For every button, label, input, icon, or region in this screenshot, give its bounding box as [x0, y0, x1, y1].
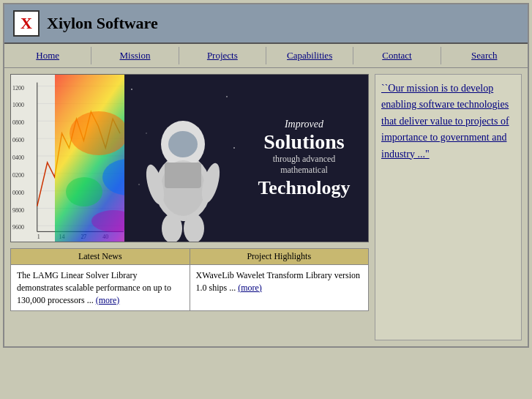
news-text: The LAMG Linear Solver Library demonstra…: [17, 270, 171, 305]
svg-text:0200: 0200: [12, 172, 24, 179]
svg-point-44: [162, 214, 182, 242]
svg-text:0800: 0800: [12, 119, 24, 126]
hero-section: 1200 1000 0800 0600 0400 0200 0000 9800 …: [10, 74, 369, 340]
svg-text:0000: 0000: [12, 190, 24, 196]
news-panel-header: Latest News: [11, 249, 190, 265]
site-header: X Xiylon Software: [4, 4, 528, 44]
nav-search[interactable]: Search: [441, 47, 528, 64]
svg-point-28: [66, 177, 102, 206]
logo-icon: X: [20, 15, 32, 31]
news-more-link[interactable]: (more): [96, 295, 120, 305]
main-content: 1200 1000 0800 0600 0400 0200 0000 9800 …: [4, 68, 528, 346]
astronaut-area: [124, 75, 241, 242]
highlights-panel-header: Project Highlights: [190, 249, 369, 265]
svg-text:1: 1: [37, 234, 40, 240]
bottom-panels: Latest News The LAMG Linear Solver Libra…: [10, 248, 369, 311]
hero-solutions-label: Solutions: [263, 132, 345, 152]
svg-text:1200: 1200: [12, 85, 24, 92]
page-wrapper: X Xiylon Software Home Mission Projects …: [3, 3, 529, 348]
hero-technology-label: Technology: [258, 177, 350, 199]
svg-rect-43: [165, 163, 201, 188]
nav-home[interactable]: Home: [4, 47, 91, 64]
news-panel: Latest News The LAMG Linear Solver Libra…: [11, 249, 190, 310]
hero-text-overlay: Improved Solutions through advanced math…: [240, 75, 368, 242]
svg-point-45: [184, 214, 204, 242]
svg-point-36: [138, 184, 140, 185]
nav-bar: Home Mission Projects Capabilities Conta…: [4, 44, 528, 68]
svg-text:9800: 9800: [12, 207, 24, 214]
svg-point-39: [168, 131, 198, 157]
svg-point-33: [226, 96, 228, 97]
site-title: Xiylon Software: [47, 14, 158, 33]
nav-projects[interactable]: Projects: [179, 47, 266, 64]
hero-improved-label: Improved: [285, 119, 323, 130]
svg-text:0400: 0400: [12, 154, 24, 161]
svg-point-34: [146, 133, 147, 134]
highlights-more-link[interactable]: (more): [238, 283, 262, 293]
hero-mathematical-label: mathematical: [280, 165, 328, 176]
nav-mission[interactable]: Mission: [91, 47, 179, 64]
logo-box: X: [13, 10, 40, 37]
mission-statement[interactable]: ``Our mission is to develop enabling sof…: [381, 81, 515, 163]
svg-text:0600: 0600: [12, 137, 24, 143]
highlights-panel: Project Highlights XWaveLib Wavelet Tran…: [190, 249, 369, 310]
hero-image: 1200 1000 0800 0600 0400 0200 0000 9800 …: [10, 74, 369, 242]
svg-point-35: [233, 147, 235, 149]
nav-capabilities[interactable]: Capabilities: [266, 47, 353, 64]
svg-point-32: [131, 89, 132, 90]
highlights-text: XWaveLib Wavelet Transform Library versi…: [196, 270, 360, 293]
highlights-panel-content: XWaveLib Wavelet Transform Library versi…: [190, 265, 369, 299]
mission-sidebar: ``Our mission is to develop enabling sof…: [375, 74, 522, 340]
svg-text:9600: 9600: [12, 224, 24, 231]
hero-through-label: through advanced: [273, 154, 336, 165]
news-panel-content: The LAMG Linear Solver Library demonstra…: [11, 265, 190, 310]
svg-point-26: [70, 111, 128, 155]
nav-contact[interactable]: Contact: [353, 47, 441, 64]
svg-text:1000: 1000: [12, 102, 24, 108]
